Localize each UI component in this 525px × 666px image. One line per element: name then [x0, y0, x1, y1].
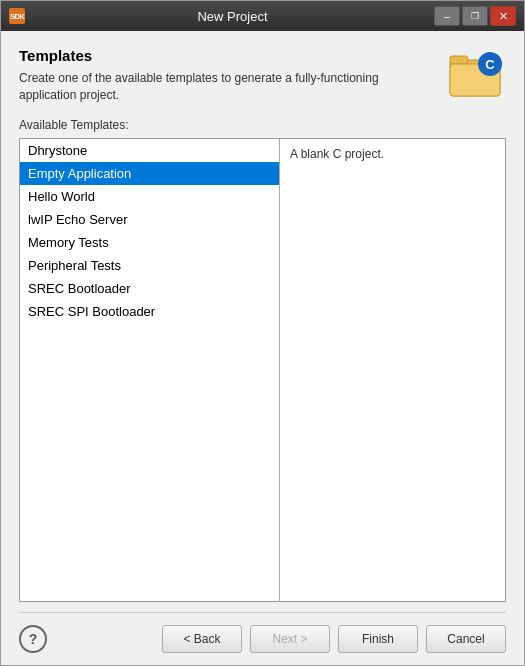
- template-item-empty-application[interactable]: Empty Application: [20, 162, 279, 185]
- cancel-button[interactable]: Cancel: [426, 625, 506, 653]
- title-bar: SDK New Project – ❐ ✕: [1, 1, 524, 31]
- back-button[interactable]: < Back: [162, 625, 242, 653]
- finish-button[interactable]: Finish: [338, 625, 418, 653]
- template-item-peripheral-tests[interactable]: Peripheral Tests: [20, 254, 279, 277]
- title-bar-controls: – ❐ ✕: [434, 6, 516, 26]
- header-section: Templates Create one of the available te…: [19, 47, 506, 104]
- svg-rect-1: [450, 56, 468, 64]
- template-item-memory-tests[interactable]: Memory Tests: [20, 231, 279, 254]
- footer-section: ? < Back Next > Finish Cancel: [19, 612, 506, 653]
- template-item-srec-spi-bootloader[interactable]: SREC SPI Bootloader: [20, 300, 279, 323]
- templates-list[interactable]: DhrystoneEmpty ApplicationHello WorldlwI…: [20, 139, 280, 601]
- restore-button[interactable]: ❐: [462, 6, 488, 26]
- template-item-lwip-echo-server[interactable]: lwIP Echo Server: [20, 208, 279, 231]
- header-description: Create one of the available templates to…: [19, 70, 434, 104]
- template-description: A blank C project.: [280, 139, 505, 601]
- template-item-dhrystone[interactable]: Dhrystone: [20, 139, 279, 162]
- app-icon: SDK: [9, 8, 25, 24]
- folder-c-icon: C: [448, 50, 504, 100]
- svg-text:C: C: [485, 57, 495, 72]
- next-button[interactable]: Next >: [250, 625, 330, 653]
- minimize-button[interactable]: –: [434, 6, 460, 26]
- available-templates-label: Available Templates:: [19, 118, 506, 132]
- header-icon: C: [446, 47, 506, 102]
- title-bar-title: New Project: [31, 9, 434, 24]
- templates-container: DhrystoneEmpty ApplicationHello WorldlwI…: [19, 138, 506, 602]
- template-item-srec-bootloader[interactable]: SREC Bootloader: [20, 277, 279, 300]
- header-title: Templates: [19, 47, 434, 64]
- new-project-window: SDK New Project – ❐ ✕ Templates Create o…: [0, 0, 525, 666]
- close-button[interactable]: ✕: [490, 6, 516, 26]
- header-text: Templates Create one of the available te…: [19, 47, 434, 104]
- content-area: Templates Create one of the available te…: [1, 31, 524, 665]
- help-button[interactable]: ?: [19, 625, 47, 653]
- template-item-hello-world[interactable]: Hello World: [20, 185, 279, 208]
- footer-buttons: < Back Next > Finish Cancel: [162, 625, 506, 653]
